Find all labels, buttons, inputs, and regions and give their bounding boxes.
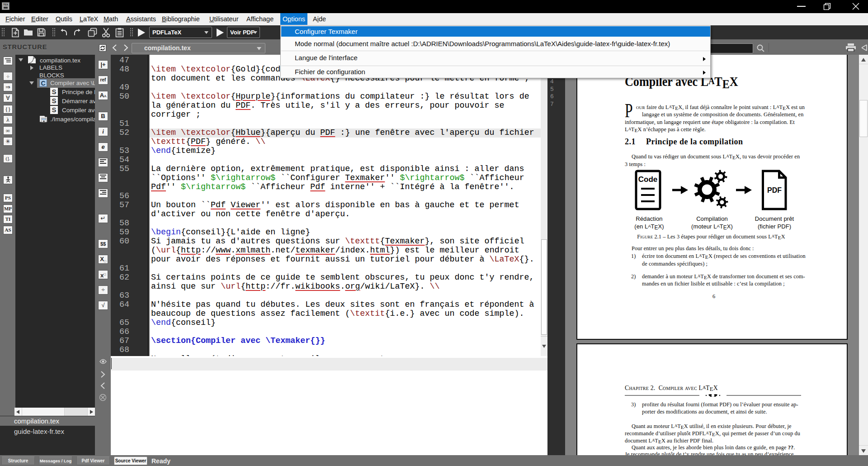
- svg-text:Code: Code: [638, 175, 658, 184]
- svg-text:PDF: PDF: [767, 186, 782, 194]
